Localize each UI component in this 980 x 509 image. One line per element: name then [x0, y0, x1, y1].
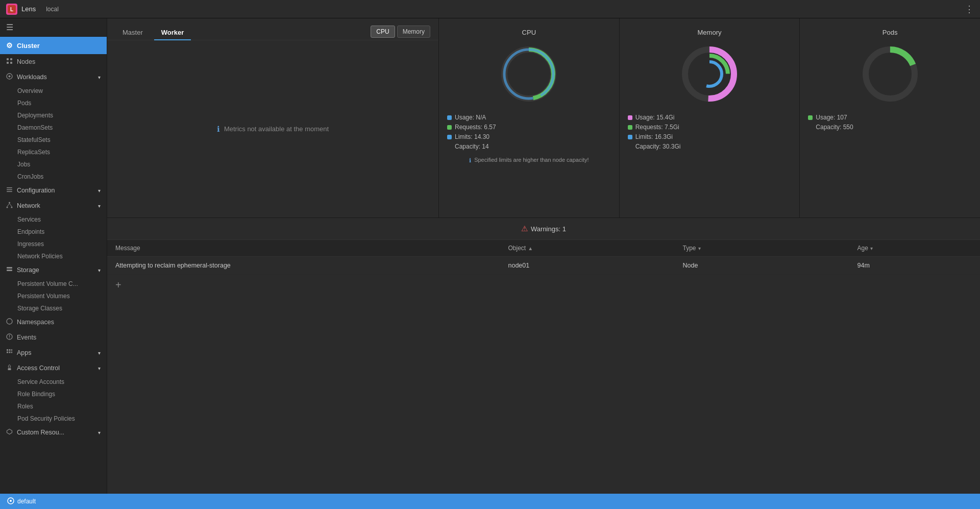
sidebar: ☰ ⚙ Cluster Nodes Workloads ▾ Overview P…	[0, 18, 107, 494]
network-label: Network	[17, 202, 40, 209]
cell-object: node01	[500, 257, 675, 275]
sidebar-child-service-accounts[interactable]: Service Accounts	[0, 376, 107, 388]
sidebar-item-configuration[interactable]: Configuration ▾	[0, 183, 107, 198]
sidebar-item-workloads[interactable]: Workloads ▾	[0, 69, 107, 85]
sidebar-item-apps[interactable]: Apps ▾	[0, 345, 107, 360]
col-age[interactable]: Age ▾	[849, 240, 981, 257]
sidebar-item-events[interactable]: Events	[0, 330, 107, 345]
sidebar-child-services[interactable]: Services	[0, 213, 107, 226]
cpu-capacity-label: Capacity: 14	[447, 143, 489, 150]
app-logo: L	[6, 4, 17, 15]
memory-requests-label: Requests: 7.5Gi	[635, 124, 679, 131]
add-button[interactable]: +	[115, 279, 121, 291]
events-icon	[6, 333, 13, 342]
svg-rect-17	[7, 270, 12, 271]
memory-capacity-row: Capacity: 30.3Gi	[628, 143, 792, 150]
cpu-panel: CPU	[439, 18, 620, 217]
svg-rect-2	[7, 58, 9, 60]
cpu-usage-row: Usage: N/A	[447, 114, 611, 121]
cluster-label: Cluster	[17, 42, 40, 50]
col-type[interactable]: Type ▾	[675, 240, 849, 257]
hamburger-icon[interactable]: ☰	[6, 22, 13, 32]
svg-rect-25	[7, 352, 8, 353]
sidebar-child-daemonsets[interactable]: DaemonSets	[0, 122, 107, 134]
svg-rect-8	[7, 187, 12, 188]
type-sort-icon: ▾	[698, 246, 701, 251]
cpu-limits-label: Limits: 14.30	[455, 133, 489, 140]
cpu-metrics: Usage: N/A Requests: 6.57 Limits: 14.30 …	[447, 114, 611, 153]
pods-metrics: Usage: 107 Capacity: 550	[808, 114, 972, 133]
sidebar-child-roles[interactable]: Roles	[0, 400, 107, 413]
metric-buttons: CPU Memory	[371, 26, 430, 38]
sidebar-item-custom-resources[interactable]: Custom Resou... ▾	[0, 425, 107, 440]
access-control-chevron: ▾	[98, 366, 101, 371]
sidebar-child-role-bindings[interactable]: Role Bindings	[0, 388, 107, 400]
sidebar-child-jobs[interactable]: Jobs	[0, 158, 107, 171]
pods-panel-title: Pods	[883, 29, 898, 36]
sidebar-item-namespaces[interactable]: Namespaces	[0, 314, 107, 330]
stats-panels: CPU	[439, 18, 980, 217]
col-object[interactable]: Object ▲	[500, 240, 675, 257]
memory-limits-label: Limits: 16.3Gi	[635, 133, 673, 140]
location-label: local	[46, 6, 59, 13]
cpu-donut	[498, 43, 559, 105]
svg-rect-10	[7, 191, 12, 192]
memory-capacity-label: Capacity: 30.3Gi	[628, 143, 681, 150]
sidebar-child-cronjobs[interactable]: CronJobs	[0, 171, 107, 183]
col-message: Message	[107, 240, 500, 257]
sidebar-child-storage-classes[interactable]: Storage Classes	[0, 302, 107, 314]
sidebar-item-cluster[interactable]: ⚙ Cluster	[0, 37, 107, 54]
sidebar-child-pv[interactable]: Persistent Volumes	[0, 290, 107, 302]
sidebar-child-pod-security-policies[interactable]: Pod Security Policies	[0, 413, 107, 425]
memory-metrics: Usage: 15.4Gi Requests: 7.5Gi Limits: 16…	[628, 114, 792, 153]
sidebar-item-nodes[interactable]: Nodes	[0, 54, 107, 69]
apps-label: Apps	[17, 349, 32, 356]
tab-master[interactable]: Master	[115, 26, 150, 40]
memory-usage-label: Usage: 15.4Gi	[635, 114, 675, 121]
sidebar-child-deployments[interactable]: Deployments	[0, 109, 107, 122]
storage-label: Storage	[17, 266, 39, 274]
pods-usage-row: Usage: 107	[808, 114, 972, 121]
metric-btn-memory[interactable]: Memory	[397, 26, 430, 38]
sidebar-child-ingresses[interactable]: Ingresses	[0, 238, 107, 250]
sidebar-child-replicasets[interactable]: ReplicaSets	[0, 146, 107, 158]
svg-point-7	[9, 76, 11, 78]
svg-rect-22	[7, 349, 8, 351]
metric-btn-cpu[interactable]: CPU	[371, 26, 395, 38]
sidebar-item-access-control[interactable]: Access Control ▾	[0, 360, 107, 376]
svg-rect-24	[11, 349, 12, 351]
configuration-label: Configuration	[17, 187, 55, 194]
custom-resources-label: Custom Resou...	[17, 429, 64, 436]
sidebar-item-network[interactable]: Network ▾	[0, 198, 107, 213]
warning-icon: ⚠	[521, 224, 528, 233]
default-icon	[7, 497, 14, 506]
svg-point-36	[697, 62, 722, 86]
cpu-warning-icon: ℹ	[469, 157, 471, 164]
node-tabs: Master Worker CPU Memory	[107, 18, 438, 40]
network-chevron: ▾	[98, 203, 101, 209]
tab-worker[interactable]: Worker	[154, 26, 191, 40]
table-row: Attempting to reclaim ephemeral-storage …	[107, 257, 980, 275]
configuration-icon	[6, 186, 13, 195]
object-sort-icon: ▲	[528, 246, 533, 251]
memory-limits-dot	[628, 135, 632, 139]
warnings-section: ⚠ Warnings: 1 Message Object ▲	[107, 217, 980, 494]
pods-capacity-row: Capacity: 550	[808, 124, 972, 131]
svg-rect-23	[9, 349, 11, 351]
svg-rect-26	[9, 352, 11, 353]
pods-usage-label: Usage: 107	[816, 114, 847, 121]
cpu-warning-text: Specified limits are higher than node ca…	[474, 157, 589, 163]
storage-chevron: ▾	[98, 268, 101, 273]
sidebar-item-storage[interactable]: Storage ▾	[0, 262, 107, 278]
sidebar-header: ☰	[0, 18, 107, 37]
svg-point-31	[504, 50, 553, 99]
apps-icon	[6, 349, 13, 357]
sidebar-child-network-policies[interactable]: Network Policies	[0, 250, 107, 262]
sidebar-child-statefulsets[interactable]: StatefulSets	[0, 134, 107, 146]
top-bar-menu-icon[interactable]: ⋮	[965, 4, 974, 15]
sidebar-child-overview[interactable]: Overview	[0, 85, 107, 97]
svg-rect-5	[10, 62, 12, 64]
sidebar-child-endpoints[interactable]: Endpoints	[0, 226, 107, 238]
sidebar-child-pvc[interactable]: Persistent Volume C...	[0, 278, 107, 290]
sidebar-child-pods[interactable]: Pods	[0, 97, 107, 109]
